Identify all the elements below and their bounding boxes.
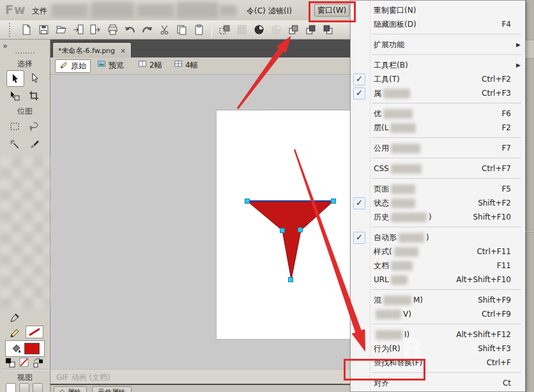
menu-separator [351, 321, 525, 328]
default-colors-icon[interactable] [5, 358, 15, 368]
menu-item-工具(T)[interactable]: ✓工具(T)Ctrl+F2 [351, 72, 525, 86]
document-tab-bar: *未命名-6.fw.png × [50, 40, 350, 57]
split-icon[interactable] [269, 22, 284, 37]
menu-shortcut: F2 [501, 121, 511, 135]
menu-item-优[interactable]: 优F6 [351, 107, 525, 121]
menu-item-censored[interactable]: I)Alt+Shift+F12 [351, 328, 525, 342]
screen-mode-full-button[interactable] [19, 383, 29, 392]
four-up-icon [174, 61, 183, 70]
menu-item-状态[interactable]: ✓状态Shift+F2 [351, 196, 525, 210]
menu-item-label: 状态 [374, 199, 389, 207]
menu-item-URL[interactable]: URLAlt+Shift+F10 [351, 273, 525, 287]
marquee-tool[interactable] [6, 119, 23, 134]
select-group-icon[interactable] [217, 22, 232, 37]
brush-tool[interactable] [26, 137, 42, 152]
document-type-label: GIF 动画 (文档) [56, 372, 111, 383]
censored-text-blob [391, 164, 422, 174]
menu-item-隐藏面板(D)[interactable]: 隐藏面板(D)F4 [351, 17, 525, 31]
view-original-button[interactable]: 原始 [55, 59, 91, 73]
copy-icon[interactable] [174, 22, 189, 37]
checkmark-icon: ✓ [353, 197, 365, 209]
arrange-back-icon[interactable] [321, 22, 335, 37]
screen-mode-standard-button[interactable] [6, 383, 16, 392]
pointer-tool[interactable] [6, 70, 24, 87]
menu-item-自动形[interactable]: ✓自动形) [351, 230, 525, 245]
open-icon[interactable] [54, 22, 68, 37]
menu-item-对齐[interactable]: 对齐Ct [351, 376, 525, 390]
import-icon[interactable] [71, 22, 86, 37]
menu-separator [351, 135, 525, 141]
view-preview-button[interactable]: 预览 [93, 59, 128, 72]
fill-color-swatch[interactable] [24, 343, 40, 354]
menu-item-行为(R)[interactable]: 行为(R)Shift+F3 [351, 342, 525, 356]
stroke-pencil-tool[interactable] [6, 326, 23, 341]
export-icon[interactable] [88, 22, 103, 37]
menu-commands[interactable]: 令(C) [244, 5, 268, 17]
swap-colors-icon[interactable] [33, 358, 43, 368]
dock-segment [526, 230, 534, 232]
paste-icon[interactable] [192, 22, 206, 37]
new-doc-icon[interactable] [19, 22, 34, 37]
menu-item-censored[interactable]: V)Ctrl+F9 [351, 307, 525, 321]
view-2up-button[interactable]: 2幅 [134, 59, 166, 72]
fill-color-box[interactable] [5, 340, 45, 357]
collapsed-panel-dock[interactable] [526, 0, 534, 392]
no-color-icon[interactable] [19, 358, 29, 368]
document-page[interactable] [216, 110, 351, 340]
menu-item-查找和替换(F)[interactable]: 查找和替换(F)Ctrl+F [351, 356, 525, 370]
arrange-front-icon[interactable] [303, 22, 318, 37]
menu-item-CSS[interactable]: CSSCtrl+F7 [351, 162, 525, 176]
redo-icon[interactable] [140, 22, 155, 37]
panel-collapse-icon[interactable]: » [3, 41, 8, 50]
eyedropper-tool[interactable] [6, 310, 23, 326]
view-4up-button[interactable]: 4幅 [170, 59, 202, 72]
menu-separator [351, 370, 525, 376]
crop-tool[interactable] [26, 88, 42, 103]
menu-shortcut: F11 [497, 259, 511, 273]
menu-item-公用[interactable]: 公用F7 [351, 141, 525, 155]
menu-item-文档[interactable]: 文档F11 [351, 259, 525, 273]
menu-item-样式([interactable]: 样式(Ctrl+F11 [351, 245, 525, 259]
menu-item-属[interactable]: ✓属Ctrl+F3 [351, 86, 525, 100]
censored-text-blob [394, 247, 418, 257]
menu-shortcut: Ctrl+F2 [482, 72, 511, 86]
print-icon[interactable] [105, 22, 120, 37]
menu-item-工具栏(B)[interactable]: 工具栏(B)▶ [351, 58, 525, 72]
group-icon[interactable] [286, 22, 301, 37]
lasso-tool[interactable] [26, 119, 42, 134]
stroke-color-swatch[interactable] [26, 326, 43, 338]
menu-item-历史[interactable]: 历史)Shift+F10 [351, 210, 525, 224]
subselect-group-icon[interactable] [234, 22, 249, 37]
censored-menu-blob [176, 2, 218, 19]
censored-menu-blob [220, 5, 236, 16]
menu-item-扩展功能[interactable]: 扩展功能▶ [351, 38, 525, 52]
properties-panel-clipped: ◇ 属性 元件属性 [50, 384, 350, 392]
menu-separator [351, 155, 525, 162]
tab-close-icon[interactable]: × [120, 47, 126, 55]
fireworks-logo: Fw [5, 3, 26, 17]
menu-file[interactable]: 文件 [29, 5, 50, 17]
select-behind-tool[interactable] [6, 88, 23, 103]
document-tab[interactable]: *未命名-6.fw.png × [52, 42, 132, 58]
cut-icon[interactable] [157, 22, 172, 37]
tab-symbol-properties[interactable]: 元件属性 [92, 386, 132, 392]
menu-item-重制窗口(N)[interactable]: 重制窗口(N) [351, 3, 525, 17]
menu-shortcut: Ctrl+F7 [482, 162, 511, 176]
menu-window[interactable]: 窗口(W) [314, 4, 349, 17]
wand-tool[interactable] [6, 137, 23, 152]
toolbar-grip[interactable] [9, 23, 13, 37]
censored-text-blob [391, 275, 408, 285]
subselect-tool[interactable] [27, 70, 43, 86]
menu-item-混[interactable]: 混M)Shift+F9 [351, 293, 525, 307]
save-icon[interactable] [36, 22, 51, 37]
checkmark-icon: ✓ [353, 87, 365, 100]
undo-icon[interactable] [123, 22, 137, 37]
tab-properties[interactable]: ◇ 属性 [54, 386, 87, 392]
combine-icon[interactable] [252, 22, 266, 37]
menu-item-层(L[interactable]: 层(LF2 [351, 121, 525, 135]
screen-mode-hidden-button[interactable] [33, 383, 43, 392]
panel-grip[interactable] [15, 52, 34, 54]
menu-item-页面[interactable]: 页面F5 [351, 182, 525, 196]
menu-filters[interactable]: 滤镜(I) [266, 5, 294, 17]
menu-item-label: 自动形 [374, 233, 397, 242]
